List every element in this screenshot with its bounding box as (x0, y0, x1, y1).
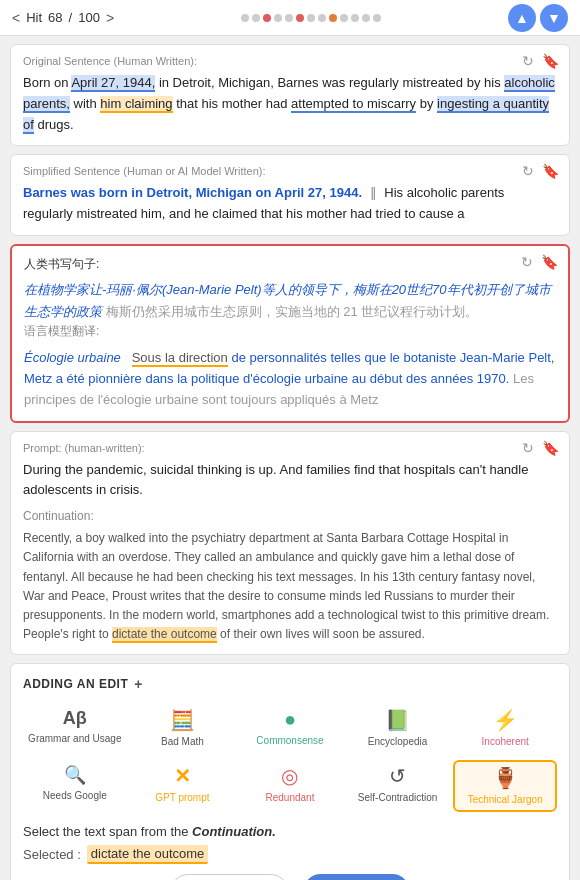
category-technical-jargon[interactable]: 🏺 Technical Jargon (453, 760, 557, 812)
category-bad-math[interactable]: 🧮 Bad Math (131, 704, 235, 752)
plus-icon[interactable]: + (134, 676, 143, 692)
chinese-refresh-icon[interactable]: ↻ (521, 254, 533, 270)
original-card-icons: ↻ 🔖 (522, 53, 559, 69)
chinese-gray-text: 梅斯仍然采用城市生态原则，实施当地的 21 世纪议程行动计划。 (106, 304, 479, 319)
simplified-sentence-card: Simplified Sentence (Human or AI Model W… (10, 154, 570, 236)
prev-chevron[interactable]: < (12, 10, 20, 26)
highlight-him: him claiming (100, 96, 172, 113)
up-arrow-button[interactable]: ▲ (508, 4, 536, 32)
category-redundant[interactable]: ◎ Redundant (238, 760, 342, 812)
selected-text-row: Selected : dictate the outcome (23, 845, 557, 864)
prompt-card-icons: ↻ 🔖 (522, 440, 559, 456)
selected-value: dictate the outcome (87, 845, 208, 864)
progress-dots (241, 14, 381, 22)
adding-edit-header: ADDING AN EDIT + (23, 676, 557, 692)
dot-12 (362, 14, 370, 22)
category-self-contradiction[interactable]: ↺ Self-Contradiction (346, 760, 450, 812)
adding-edit-section: ADDING AN EDIT + Aβ Grammar and Usage 🧮 … (10, 663, 570, 880)
gpt-prompt-icon: ✕ (174, 764, 191, 788)
category-commonsense[interactable]: ● Commonsense (238, 704, 342, 752)
selected-span: dictate the outcome (112, 627, 217, 643)
dot-6 (296, 14, 304, 22)
simplified-bookmark-icon[interactable]: 🔖 (542, 163, 559, 179)
prompt-refresh-icon[interactable]: ↻ (522, 440, 534, 456)
original-card-title: Original Sentence (Human Written): (23, 55, 557, 67)
dot-7 (307, 14, 315, 22)
action-buttons: CANCEL × SAVE ✓ (23, 874, 557, 880)
adding-edit-label: ADDING AN EDIT (23, 677, 128, 691)
dot-9 (329, 14, 337, 22)
incoherent-icon: ⚡ (493, 708, 518, 732)
chinese-bookmark-icon[interactable]: 🔖 (541, 254, 558, 270)
simplified-card-icons: ↻ 🔖 (522, 163, 559, 179)
dot-5 (285, 14, 293, 22)
highlight-date: April 27, 1944, (71, 75, 155, 92)
divider: ‖ (370, 185, 377, 200)
chinese-text-content: 在植物学家让-玛丽·佩尔(Jean-Marie Pelt)等人的领导下，梅斯在2… (24, 279, 556, 323)
bad-math-label: Bad Math (161, 736, 204, 748)
simplified-card-title: Simplified Sentence (Human or AI Model W… (23, 165, 557, 177)
encyclopedia-label: Encyclopedia (368, 736, 427, 748)
simplified-refresh-icon[interactable]: ↻ (522, 163, 534, 179)
bad-math-icon: 🧮 (170, 708, 195, 732)
needs-google-label: Needs Google (43, 790, 107, 802)
encyclopedia-icon: 📗 (385, 708, 410, 732)
commonsense-label: Commonsense (256, 735, 323, 747)
simplified-text: Barnes was born in Detroit, Michigan on … (23, 183, 557, 225)
technical-jargon-label: Technical Jargon (468, 794, 543, 806)
edit-categories-grid: Aβ Grammar and Usage 🧮 Bad Math ● Common… (23, 704, 557, 812)
dot-4 (274, 14, 282, 22)
chinese-card-icons: ↻ 🔖 (521, 254, 558, 270)
category-encyclopedia[interactable]: 📗 Encyclopedia (346, 704, 450, 752)
category-gpt-prompt[interactable]: ✕ GPT prompt (131, 760, 235, 812)
redundant-icon: ◎ (281, 764, 298, 788)
category-grammar[interactable]: Aβ Grammar and Usage (23, 704, 127, 752)
hit-current: 68 (48, 10, 62, 25)
translation-label: 语言模型翻译: (24, 323, 556, 340)
prompt-bookmark-icon[interactable]: 🔖 (542, 440, 559, 456)
category-needs-google[interactable]: 🔍 Needs Google (23, 760, 127, 812)
refresh-icon[interactable]: ↻ (522, 53, 534, 69)
dot-3 (263, 14, 271, 22)
dot-8 (318, 14, 326, 22)
selected-label: Selected : (23, 847, 81, 862)
chinese-card: ↻ 🔖 人类书写句子: 在植物学家让-玛丽·佩尔(Jean-Marie Pelt… (10, 244, 570, 423)
dot-2 (252, 14, 260, 22)
french-translation: Écologie urbaine Sous la direction de pe… (24, 348, 556, 410)
prompt-card: Prompt: (human-written): ↻ 🔖 During the … (10, 431, 570, 656)
hit-label: Hit (26, 10, 42, 25)
select-span-section: Select the text span from the Continuati… (23, 824, 557, 864)
simplified-bold-part: Barnes was born in Detroit, Michigan on … (23, 185, 362, 200)
redundant-label: Redundant (266, 792, 315, 804)
original-text: Born on April 27, 1944, in Detroit, Mich… (23, 73, 557, 135)
hit-total: 100 (78, 10, 100, 25)
needs-google-icon: 🔍 (64, 764, 86, 786)
next-chevron[interactable]: > (106, 10, 114, 26)
chinese-title: 人类书写句子: (24, 256, 556, 273)
save-button[interactable]: SAVE ✓ (304, 874, 409, 880)
hit-info: < Hit 68 / 100 > (12, 10, 114, 26)
top-navigation: < Hit 68 / 100 > ▲ ▼ (0, 0, 580, 36)
continuation-label: Continuation: (23, 509, 557, 523)
nav-arrow-buttons: ▲ ▼ (508, 4, 568, 32)
down-arrow-button[interactable]: ▼ (540, 4, 568, 32)
dot-10 (340, 14, 348, 22)
category-incoherent[interactable]: ⚡ Incoherent (453, 704, 557, 752)
select-span-source: Continuation. (192, 824, 276, 839)
gpt-prompt-label: GPT prompt (155, 792, 209, 804)
underline-attempted: attempted to miscarry (291, 96, 416, 113)
self-contradiction-icon: ↺ (389, 764, 406, 788)
dot-13 (373, 14, 381, 22)
continuation-text-content: Recently, a boy walked into the psychiat… (23, 529, 557, 644)
technical-jargon-icon: 🏺 (493, 766, 518, 790)
prompt-text-content: During the pandemic, suicidal thinking i… (23, 460, 557, 502)
fr-italic: Écologie urbaine (24, 350, 121, 365)
cancel-button[interactable]: CANCEL × (171, 874, 289, 880)
commonsense-icon: ● (284, 708, 296, 731)
fr-underline-1: Sous la direction (132, 350, 228, 367)
grammar-label: Grammar and Usage (28, 733, 121, 745)
select-span-label: Select the text span from the Continuati… (23, 824, 557, 839)
bookmark-icon[interactable]: 🔖 (542, 53, 559, 69)
dot-11 (351, 14, 359, 22)
dot-1 (241, 14, 249, 22)
